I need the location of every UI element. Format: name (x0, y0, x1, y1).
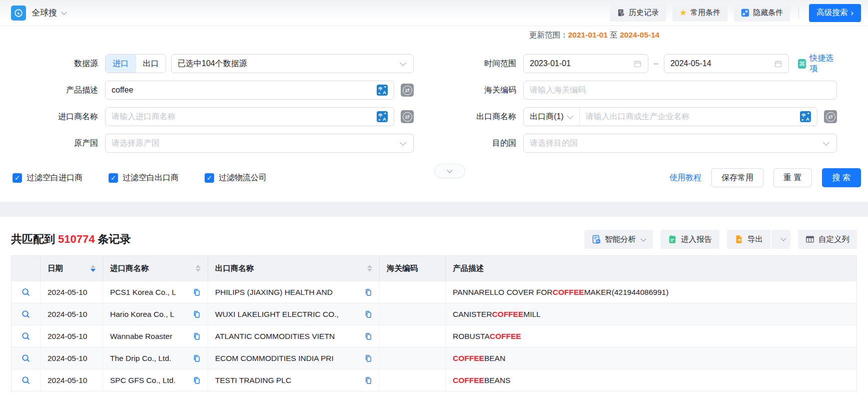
end-date-field[interactable] (664, 54, 789, 73)
results-toolbar: BI 智能分析 进入报告 导出 (577, 230, 857, 249)
copy-icon[interactable] (193, 354, 201, 362)
chevron-down-icon (400, 60, 406, 66)
cell-importer[interactable]: The Drip Co., Ltd. (110, 354, 190, 363)
data-source-select[interactable]: 已选中104个数据源 (171, 54, 414, 73)
product-desc-label: 产品描述 (11, 85, 98, 96)
chevron-down-icon (400, 139, 406, 146)
exporter-type-select[interactable]: 出口商(1) (530, 108, 580, 126)
copy-icon[interactable] (364, 376, 372, 384)
cell-importer[interactable]: SPC GFS Co., Ltd. (110, 376, 190, 385)
hs-code-field[interactable] (523, 81, 837, 100)
exporter-input[interactable] (586, 112, 796, 121)
table-row: 2024-05-10 Hario Korea Co., L WUXI LAKEL… (12, 303, 856, 325)
toggle-export[interactable]: 出口 (136, 55, 166, 73)
product-desc-field[interactable]: 中A (105, 81, 394, 100)
cell-date: 2024-05-10 (41, 325, 103, 347)
sort-icons[interactable] (192, 265, 201, 272)
cell-exporter[interactable]: WUXI LAKELIGHT ELECTRIC CO., (215, 310, 361, 319)
cell-exporter[interactable]: ATLANTIC COMMODITIES VIETN (215, 332, 361, 341)
view-detail-icon[interactable] (21, 331, 31, 341)
copy-icon[interactable] (193, 288, 201, 296)
view-detail-icon[interactable] (21, 353, 31, 363)
hs-code-input[interactable] (530, 86, 830, 95)
cell-importer[interactable]: Wannabe Roaster (110, 332, 190, 341)
quick-options-link[interactable]: ⌘ 快捷选项 (798, 53, 837, 74)
filter-blank-importer-checkbox[interactable]: ✓ 过滤空白进口商 (13, 173, 83, 183)
checkbox-checked-icon: ✓ (13, 173, 22, 183)
header-hs-code: 海关编码 (380, 256, 446, 281)
results-summary: 共匹配到510774条记录 (11, 232, 131, 247)
cell-date: 2024-05-10 (41, 369, 103, 391)
custom-columns-button[interactable]: 自定义列 (798, 230, 857, 249)
chevron-down-icon (567, 113, 573, 119)
exchange-icon[interactable]: ⇄ (401, 110, 414, 123)
smart-analysis-button[interactable]: BI 智能分析 (584, 230, 653, 249)
header-date[interactable]: 日期 (41, 256, 103, 281)
copy-icon[interactable] (193, 310, 201, 318)
product-desc-input[interactable] (112, 86, 373, 95)
cell-importer[interactable]: Hario Korea Co., L (110, 310, 190, 319)
collapse-icon (741, 9, 749, 17)
origin-country-select[interactable]: 请选择原产国 (105, 134, 414, 153)
advanced-search-button[interactable]: 高级搜索 › (809, 4, 861, 22)
exchange-icon[interactable]: ⇄ (401, 84, 414, 97)
svg-text:A: A (806, 116, 809, 122)
svg-text:A: A (383, 116, 386, 122)
save-conditions-button[interactable]: 保存常用 (711, 168, 763, 187)
chevron-down-icon (823, 139, 829, 146)
search-button[interactable]: 搜 索 (822, 168, 861, 187)
chevron-right-icon: › (850, 9, 853, 17)
cell-importer[interactable]: PCS1 Korea Co., L (110, 288, 190, 297)
tutorial-link[interactable]: 使用教程 (669, 173, 701, 183)
columns-icon (805, 235, 814, 244)
sort-icons[interactable] (363, 265, 372, 272)
hide-conditions-button[interactable]: 隐藏条件 (734, 5, 790, 22)
start-date-input[interactable] (530, 59, 633, 68)
view-detail-icon[interactable] (21, 287, 31, 297)
enter-report-button[interactable]: 进入报告 (660, 230, 719, 249)
cell-exporter[interactable]: TESTI TRADING PLC (215, 376, 361, 385)
filter-blank-exporter-checkbox[interactable]: ✓ 过滤空白出口商 (109, 173, 179, 183)
keyword-highlight: COFFEE (553, 288, 584, 297)
start-date-field[interactable] (523, 54, 648, 73)
results-section: 共匹配到510774条记录 BI 智能分析 进入报告 (0, 230, 868, 393)
header-importer[interactable]: 进口商名称 (103, 256, 208, 281)
search-form: 更新范围：2021-01-01 至 2024-05-14 数据源 进口 出口 已… (0, 26, 868, 188)
history-button[interactable]: 历史记录 (610, 5, 666, 22)
section-divider-band (0, 202, 868, 217)
keyword-highlight: COFFEE (453, 376, 484, 385)
header-exporter[interactable]: 出口商名称 (208, 256, 380, 281)
copy-icon[interactable] (193, 376, 201, 384)
destination-country-select[interactable]: 请选择目的国 (523, 134, 837, 153)
translate-icon[interactable]: 中A (377, 111, 388, 122)
filter-logistics-checkbox[interactable]: ✓ 过滤物流公司 (205, 173, 267, 183)
copy-icon[interactable] (364, 288, 372, 296)
chevron-down-icon[interactable] (61, 9, 67, 15)
cell-exporter[interactable]: PHILIPS (JIAXING) HEALTH AND (215, 288, 361, 297)
copy-icon[interactable] (364, 354, 372, 362)
view-detail-icon[interactable] (21, 375, 31, 385)
collapse-form-button[interactable] (434, 164, 465, 178)
app-title: 全球搜 (32, 7, 57, 19)
translate-icon[interactable]: 中A (800, 111, 811, 122)
copy-icon[interactable] (364, 310, 372, 318)
export-dropdown-button[interactable] (770, 230, 790, 249)
copy-icon[interactable] (193, 332, 201, 340)
copy-icon[interactable] (364, 332, 372, 340)
favorites-button[interactable]: ★ 常用条件 (672, 5, 727, 22)
date-range-dash: – (654, 59, 658, 68)
keyword-highlight: COFFEE (492, 310, 523, 319)
importer-field[interactable]: 中A (105, 107, 394, 126)
export-button[interactable]: 导出 (727, 230, 770, 249)
view-detail-icon[interactable] (21, 309, 31, 319)
reset-button[interactable]: 重 置 (773, 168, 811, 187)
exchange-icon[interactable]: ⇄ (824, 110, 837, 123)
toggle-import[interactable]: 进口 (106, 55, 136, 73)
update-range-text: 更新范围：2021-01-01 至 2024-05-14 (529, 30, 659, 41)
cell-exporter[interactable]: ECOM COMMODITIES INDIA PRI (215, 354, 361, 363)
importer-input[interactable] (112, 112, 373, 121)
end-date-input[interactable] (670, 59, 774, 68)
translate-icon[interactable]: 中A (377, 85, 388, 96)
sort-icons[interactable] (87, 265, 96, 272)
star-icon: ★ (679, 9, 687, 17)
